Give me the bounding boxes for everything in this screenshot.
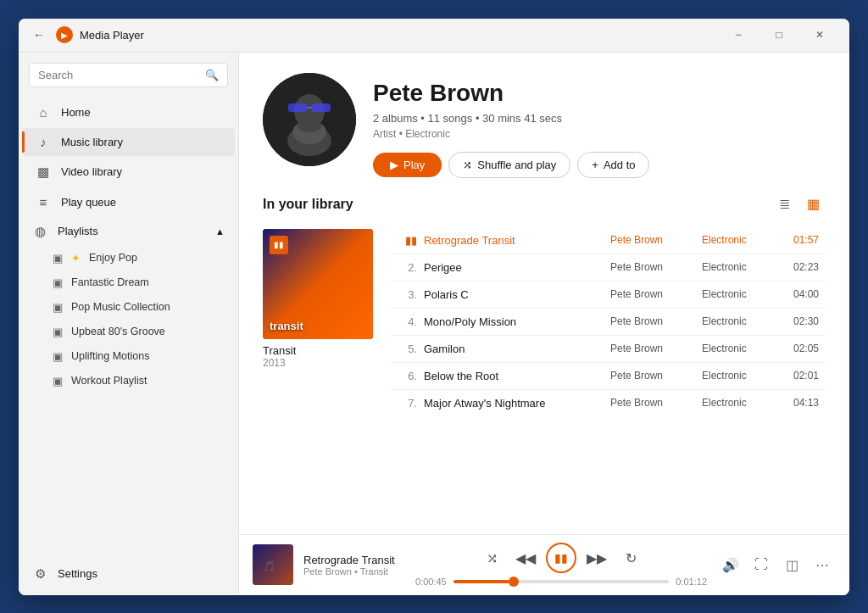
playlist-label: Pop Music Collection xyxy=(71,301,170,313)
search-box[interactable]: 🔍 xyxy=(29,63,228,87)
grid-view-button[interactable]: ▦ xyxy=(800,192,826,217)
sidebar-item-home[interactable]: ⌂ Home xyxy=(22,98,235,126)
album-art-label: transit xyxy=(270,320,303,332)
more-options-button[interactable]: ⋯ xyxy=(809,551,836,578)
fullscreen-button[interactable]: ⛶ xyxy=(748,551,775,578)
table-row[interactable]: 3. Polaris C Pete Brown Electronic 04:00 xyxy=(390,283,826,306)
play-button[interactable]: ▶ Play xyxy=(373,153,442,177)
table-row[interactable]: 4. Mono/Poly Mission Pete Brown Electron… xyxy=(390,310,826,333)
progress-thumb xyxy=(509,577,519,587)
avatar-image xyxy=(263,73,356,166)
artist-avatar xyxy=(263,73,356,166)
track-duration: 02:01 xyxy=(785,370,819,382)
playlist-icon: ▣ xyxy=(53,350,63,363)
track-duration: 02:05 xyxy=(785,343,819,354)
repeat-button[interactable]: ↻ xyxy=(617,544,644,571)
main-content: Pete Brown 2 albums • 11 songs • 30 mins… xyxy=(239,53,849,595)
view-buttons: ≣ ▦ xyxy=(771,192,826,217)
shuffle-player-button[interactable]: ⤮ xyxy=(478,544,505,571)
shuffle-icon: ⤮ xyxy=(463,159,472,171)
album-art: ▮▮ transit xyxy=(263,229,373,339)
playlist-item-uplifting[interactable]: ▣ Uplifting Motions xyxy=(22,345,235,368)
table-row[interactable]: 5. Gamilon Pete Brown Electronic 02:05 xyxy=(390,337,826,360)
next-button[interactable]: ▶▶ xyxy=(583,544,610,571)
sidebar-item-label: Video library xyxy=(61,165,122,178)
sidebar-item-label: Home xyxy=(61,106,91,119)
playlist-item-workout[interactable]: ▣ Workout Playlist xyxy=(22,370,235,393)
svg-rect-3 xyxy=(288,103,307,112)
album-name: Transit xyxy=(263,344,373,357)
playlist-icon: ▣ xyxy=(53,276,63,289)
table-row[interactable]: 6. Below the Root Pete Brown Electronic … xyxy=(390,365,826,387)
track-duration: 02:30 xyxy=(785,315,819,327)
search-input[interactable] xyxy=(38,69,198,81)
progress-container: 0:00:45 0:01:12 xyxy=(415,577,707,587)
playlist-icon: ▣ xyxy=(53,326,63,338)
track-title: Gamilon xyxy=(424,343,604,355)
album-card-transit[interactable]: ▮▮ transit Transit 2013 xyxy=(263,229,373,415)
playlist-item-upbeat[interactable]: ▣ Upbeat 80's Groove xyxy=(22,320,235,343)
playlists-icon: ◍ xyxy=(32,224,47,239)
track-genre: Electronic xyxy=(702,234,778,246)
track-artist: Pete Brown xyxy=(610,288,695,300)
minimize-button[interactable]: − xyxy=(719,21,758,48)
track-genre: Electronic xyxy=(702,397,778,409)
artist-actions: ▶ Play ⤮ Shuffle and play + Add to xyxy=(373,152,826,178)
volume-button[interactable]: 🔊 xyxy=(717,551,744,578)
track-number: 4. xyxy=(397,315,417,328)
progress-bar[interactable] xyxy=(453,580,670,583)
sidebar-item-video-library[interactable]: ▩ Video library xyxy=(22,158,235,187)
track-genre: Electronic xyxy=(702,288,778,300)
track-number: 6. xyxy=(397,370,417,382)
library-section: In your library ≣ ▦ ▮▮ transit xyxy=(239,192,849,534)
back-button[interactable]: ← xyxy=(29,25,49,45)
album-year: 2013 xyxy=(263,357,373,369)
playlist-icon: ▣ xyxy=(53,301,63,314)
settings-icon: ⚙ xyxy=(32,566,47,582)
miniplayer-button[interactable]: ◫ xyxy=(778,551,805,578)
table-row[interactable]: ▮▮ Retrograde Transit Pete Brown Electro… xyxy=(390,229,826,252)
sidebar-item-play-queue[interactable]: ≡ Play queue xyxy=(22,188,235,216)
track-artist: Pete Brown xyxy=(610,234,695,246)
track-artist: Pete Brown xyxy=(610,315,695,327)
playlist-label: Upbeat 80's Groove xyxy=(71,326,165,337)
track-duration: 04:00 xyxy=(785,288,819,300)
playlist-item-fantastic-dream[interactable]: ▣ Fantastic Dream xyxy=(22,271,235,294)
settings-item[interactable]: ⚙ Settings xyxy=(19,556,238,588)
track-title: Retrograde Transit xyxy=(424,234,604,247)
play-icon: ▶ xyxy=(390,159,398,171)
add-to-button[interactable]: + Add to xyxy=(577,152,649,178)
play-pause-button[interactable]: ▮▮ xyxy=(546,543,576,573)
add-label: Add to xyxy=(604,159,636,171)
shuffle-label: Shuffle and play xyxy=(477,159,556,171)
playlist-item-enjoy-pop[interactable]: ▣ ✦ Enjoy Pop xyxy=(22,247,235,270)
video-icon: ▩ xyxy=(36,164,51,180)
artist-info: Pete Brown 2 albums • 11 songs • 30 mins… xyxy=(373,73,826,178)
table-row[interactable]: 7. Major Atway's Nightmare Pete Brown El… xyxy=(390,392,826,415)
table-row[interactable]: 2. Perigee Pete Brown Electronic 02:23 xyxy=(390,256,826,279)
sidebar-item-music-library[interactable]: ♪ Music library xyxy=(22,128,235,156)
progress-fill xyxy=(453,580,514,583)
artist-name: Pete Brown xyxy=(373,80,826,107)
track-artist: Pete Brown xyxy=(610,343,695,354)
close-button[interactable]: ✕ xyxy=(800,21,839,48)
track-title: Major Atway's Nightmare xyxy=(424,397,604,410)
shuffle-button[interactable]: ⤮ Shuffle and play xyxy=(448,152,570,178)
list-view-button[interactable]: ≣ xyxy=(771,192,797,217)
track-number: 3. xyxy=(397,288,417,301)
track-number: ▮▮ xyxy=(397,234,417,247)
track-genre: Electronic xyxy=(702,315,778,327)
playlist-item-pop-music[interactable]: ▣ Pop Music Collection xyxy=(22,296,235,319)
now-playing-indicator: ▮▮ xyxy=(270,236,288,254)
playlist-icon: ▣ xyxy=(53,375,63,387)
player-thumbnail: 🎵 xyxy=(253,544,293,585)
artist-header: Pete Brown 2 albums • 11 songs • 30 mins… xyxy=(239,53,849,192)
previous-button[interactable]: ◀◀ xyxy=(512,544,539,571)
maximize-button[interactable]: □ xyxy=(760,21,798,48)
playlist-label: Fantastic Dream xyxy=(71,276,149,288)
player-track-name: Retrograde Transit xyxy=(303,554,405,566)
playlist-label: Enjoy Pop xyxy=(89,252,137,264)
queue-icon: ≡ xyxy=(36,195,51,209)
track-genre: Electronic xyxy=(702,343,778,354)
playlists-header[interactable]: ◍ Playlists ▲ xyxy=(19,217,238,246)
